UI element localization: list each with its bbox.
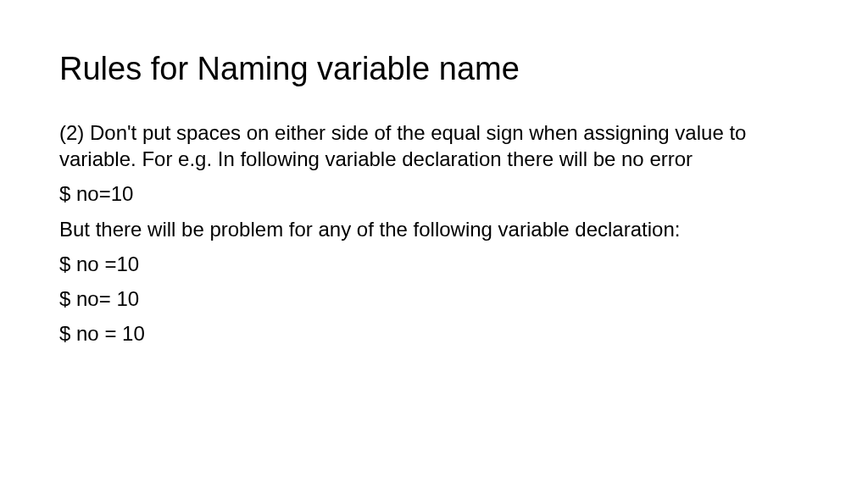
- example-correct: $ no=10: [59, 180, 809, 207]
- example-wrong-1: $ no =10: [59, 251, 809, 277]
- problem-intro: But there will be problem for any of the…: [59, 216, 809, 242]
- example-wrong-3: $ no = 10: [59, 320, 809, 347]
- example-wrong-2: $ no= 10: [59, 286, 809, 312]
- rule-description: (2) Don't put spaces on either side of t…: [59, 119, 809, 172]
- slide-title: Rules for Naming variable name: [59, 51, 809, 87]
